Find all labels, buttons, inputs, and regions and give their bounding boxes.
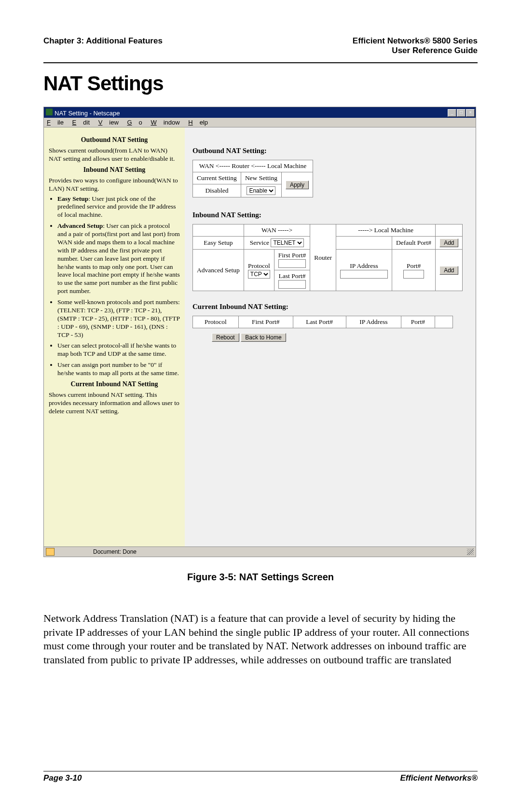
back-home-button[interactable]: Back to Home xyxy=(241,333,286,342)
header-right-2: User Reference Guide xyxy=(353,46,478,56)
col-ip: IP Address xyxy=(346,316,401,328)
default-port-label: Default Port# xyxy=(392,237,436,250)
resize-grip[interactable] xyxy=(467,548,474,555)
maximize-button[interactable]: □ xyxy=(457,109,466,117)
footer-page: Page 3-10 xyxy=(43,773,82,783)
body-paragraph: Network Address Translation (NAT) is a f… xyxy=(43,612,478,667)
ip-input[interactable] xyxy=(340,270,388,279)
current-table: Protocol First Port# Last Port# IP Addre… xyxy=(192,316,453,328)
add-adv-button[interactable]: Add xyxy=(439,266,458,275)
port-input[interactable] xyxy=(403,270,424,279)
inbound-heading: Inbound NAT Setting: xyxy=(192,211,468,219)
outbound-table: WAN <----- Router <----- Local Machine C… xyxy=(192,160,313,197)
service-select[interactable]: TELNET xyxy=(271,238,304,247)
menu-view[interactable]: View xyxy=(98,119,119,126)
menubar: File Edit View Go Window Help xyxy=(44,118,476,127)
protocol-label: Protocol xyxy=(248,262,270,269)
col-current: Current Setting xyxy=(193,172,241,184)
protocol-select[interactable]: TCP xyxy=(248,270,270,279)
header-right-1: Efficient Networks® 5800 Series xyxy=(353,36,478,46)
col-firstport: First Port# xyxy=(238,316,293,328)
outbound-heading: Outbound NAT Setting: xyxy=(192,147,468,155)
col-lastport: Last Port# xyxy=(293,316,346,328)
header-left: Chapter 3: Additional Features xyxy=(43,36,163,56)
easy-label: Easy Setup xyxy=(193,237,244,250)
current-value: Disabled xyxy=(193,184,241,197)
first-port-label: First Port# xyxy=(278,252,306,259)
col-protocol: Protocol xyxy=(193,316,239,328)
add-easy-button[interactable]: Add xyxy=(439,238,458,247)
router-label: Router xyxy=(310,224,336,291)
minimize-button[interactable]: _ xyxy=(448,109,456,117)
sb-p-current: Shows current inbound NAT setting. This … xyxy=(49,391,180,416)
menu-go[interactable]: Go xyxy=(127,119,142,126)
window-title: NAT Setting - Netscape xyxy=(55,110,120,117)
page-title: NAT Settings xyxy=(43,72,478,95)
new-setting-select[interactable]: Enable xyxy=(247,186,275,195)
outbound-flow: WAN <----- Router <----- Local Machine xyxy=(193,160,313,172)
status-icon xyxy=(46,548,55,556)
sb-h-inbound: Inbound NAT Setting xyxy=(49,166,180,174)
apply-button[interactable]: Apply xyxy=(286,181,309,189)
sb-bullet: Some well-known protocols and port numbe… xyxy=(57,298,180,339)
menu-file[interactable]: File xyxy=(47,119,64,126)
wan-label: WAN -----> xyxy=(244,224,310,237)
service-label: Service xyxy=(250,239,269,246)
sb-bullet: User can select protocol-all if he/she w… xyxy=(57,342,180,358)
current-heading: Current Inbound NAT Setting: xyxy=(192,303,468,311)
col-new: New Setting xyxy=(241,172,281,184)
ip-label: IP Address xyxy=(350,262,378,269)
sb-bullet: Easy Setup: Easy Setup: User just pick o… xyxy=(57,195,180,220)
figure-caption: Figure 3-5: NAT Settings Screen xyxy=(43,572,478,583)
inbound-table: WAN -----> Router -----> Local Machine E… xyxy=(192,224,463,291)
status-text: Document: Done xyxy=(93,548,137,555)
local-label: -----> Local Machine xyxy=(336,224,436,237)
footer-brand: Efficient Networks® xyxy=(400,773,478,783)
sb-bullet: User can assign port number to be "0" if… xyxy=(57,361,180,378)
sb-p-inbound: Provides two ways to configure inbound(W… xyxy=(49,177,180,193)
col-port: Port# xyxy=(401,316,435,328)
port-label: Port# xyxy=(407,262,421,269)
screenshot-window: NAT Setting - Netscape _□× File Edit Vie… xyxy=(43,107,476,557)
sb-p-outbound: Shows current outbound(from LAN to WAN) … xyxy=(49,147,180,163)
menu-window[interactable]: Window xyxy=(151,119,179,126)
app-icon xyxy=(46,109,53,115)
first-port-input[interactable] xyxy=(278,259,306,268)
close-button[interactable]: × xyxy=(466,109,475,117)
sb-bullet: Advanced Setup: Advanced Setup: User can… xyxy=(57,222,180,295)
advanced-label: Advanced Setup xyxy=(193,250,244,291)
sb-h-outbound: Outbound NAT Setting xyxy=(49,136,180,144)
last-port-label: Last Port# xyxy=(279,272,306,280)
reboot-button[interactable]: Reboot xyxy=(212,333,239,342)
menu-edit[interactable]: Edit xyxy=(72,119,90,126)
main-pane: Outbound NAT Setting: WAN <----- Router … xyxy=(185,127,476,546)
last-port-input[interactable] xyxy=(278,280,306,289)
sidebar: Outbound NAT Setting Shows current outbo… xyxy=(44,127,185,546)
menu-help[interactable]: Help xyxy=(188,119,208,126)
sb-h-current: Current Inbound NAT Setting xyxy=(49,380,180,388)
